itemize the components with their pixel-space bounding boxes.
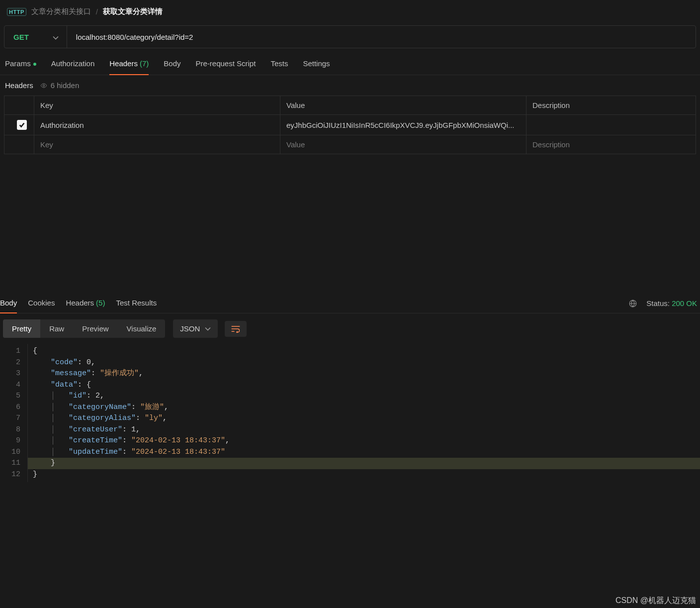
params-changed-dot-icon [33,63,36,66]
headers-table: Key Value Description Authorization eyJh… [4,96,696,154]
col-key: Key [34,96,280,115]
headers-subheader: Headers 6 hidden [0,75,700,96]
header-row[interactable]: Authorization eyJhbGciOiJIUzI1NiIsInR5cC… [4,115,696,135]
response-body-editor[interactable]: 123456789101112 { "code": 0, "message": … [0,344,700,482]
hidden-headers-label: 6 hidden [51,81,80,90]
chevron-down-icon [53,33,59,41]
breadcrumb: HTTP 文章分类相关接口 / 获取文章分类详情 [0,0,700,25]
response-tab-cookies[interactable]: Cookies [28,299,55,313]
watermark: CSDN @机器人迈克猫 [615,596,696,606]
view-tab-visualize[interactable]: Visualize [118,319,166,338]
request-url-input[interactable] [67,26,696,48]
status-label: Status: [646,299,670,307]
view-mode-tabs: Pretty Raw Preview Visualize [3,319,165,338]
wrap-icon [231,325,241,333]
http-method-selector[interactable]: GET [4,26,67,48]
header-key-placeholder[interactable]: Key [34,135,280,154]
code-lines[interactable]: { "code": 0, "message": "操作成功", "data": … [28,344,700,482]
header-row-placeholder[interactable]: Key Value Description [4,135,696,154]
status-value[interactable]: 200 OK [672,299,697,307]
spacer [0,154,700,292]
language-selector[interactable]: JSON [173,319,218,338]
tab-headers[interactable]: Headers(7) [109,59,149,75]
response-tab-test-results[interactable]: Test Results [116,299,157,313]
response-tab-body[interactable]: Body [0,299,17,313]
tab-settings[interactable]: Settings [303,59,330,75]
tab-params[interactable]: Params [5,59,36,75]
breadcrumb-parent[interactable]: 文章分类相关接口 [31,7,91,16]
eye-icon [40,82,47,89]
tab-prerequest-script[interactable]: Pre-request Script [196,59,256,75]
col-description: Description [526,96,696,115]
view-tab-pretty[interactable]: Pretty [3,319,40,338]
request-url-bar: GET [4,25,696,48]
wrap-lines-button[interactable] [225,321,247,337]
response-view-controls: Pretty Raw Preview Visualize JSON [0,313,700,344]
response-status-bar: Status: 200 OK [628,299,700,313]
tab-body[interactable]: Body [164,59,180,75]
http-method-value: GET [13,33,29,41]
http-badge-icon: HTTP [7,8,26,16]
globe-icon[interactable] [628,299,637,308]
breadcrumb-separator: / [96,7,98,16]
header-value-cell[interactable]: eyJhbGciOiJIUzI1NiIsInR5cCI6IkpXVCJ9.eyJ… [280,115,526,135]
tab-authorization[interactable]: Authorization [51,59,95,75]
line-gutter: 123456789101112 [0,344,28,482]
col-value: Value [280,96,526,115]
language-value: JSON [180,324,200,333]
chevron-down-icon [205,327,211,331]
tab-tests[interactable]: Tests [270,59,288,75]
request-tabs: Params Authorization Headers(7) Body Pre… [0,48,700,75]
response-tabs: Body Cookies Headers(5) Test Results Sta… [0,292,700,313]
response-tab-headers[interactable]: Headers(5) [66,299,105,313]
view-tab-preview[interactable]: Preview [73,319,117,338]
headers-title: Headers [5,81,33,90]
header-key-cell[interactable]: Authorization [34,115,280,135]
header-description-placeholder[interactable]: Description [526,135,696,154]
header-enabled-checkbox[interactable] [17,120,27,130]
hidden-headers-toggle[interactable]: 6 hidden [40,81,80,90]
check-icon [18,121,25,128]
svg-point-0 [43,85,45,87]
header-value-placeholder[interactable]: Value [280,135,526,154]
view-tab-raw[interactable]: Raw [40,319,73,338]
breadcrumb-current: 获取文章分类详情 [103,7,163,16]
header-description-cell[interactable] [526,115,696,135]
